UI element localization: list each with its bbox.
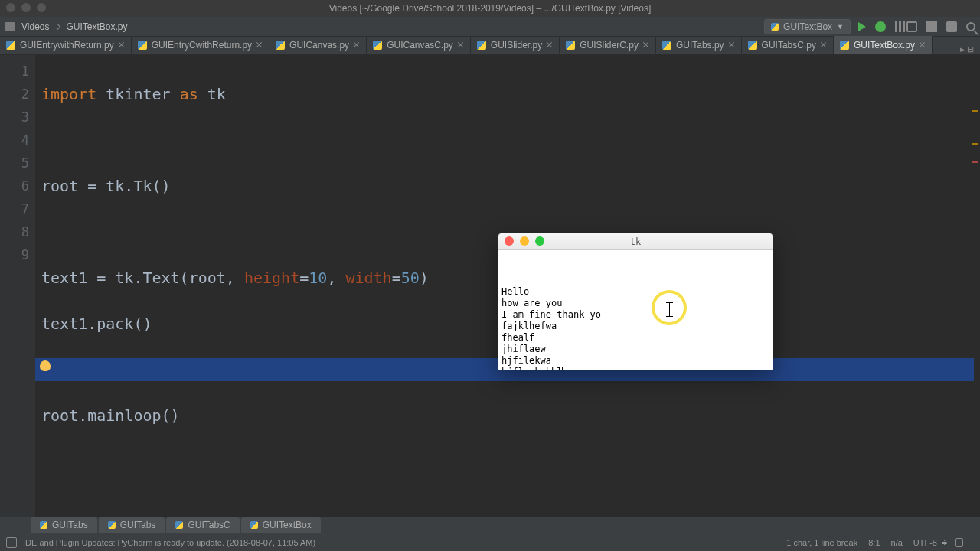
status-cursor-pos[interactable]: 8:1 [868,538,880,547]
close-icon[interactable] [547,42,553,48]
kwarg: width [345,269,391,287]
status-bar: IDE and Plugin Updates: PyCharm is ready… [0,533,980,551]
breadcrumb-folder[interactable]: Videos [18,21,52,32]
editor-tab[interactable]: GUIEntrywithReturn.py [0,36,132,54]
lock-icon[interactable] [956,538,963,547]
code-text: = [299,269,309,287]
run-config-label: GUITextBox [783,21,832,32]
status-message[interactable]: IDE and Plugin Updates: PyCharm is ready… [23,538,315,547]
editor-tab[interactable]: GUITextBox.py [834,36,933,54]
debug-button-icon[interactable] [875,21,886,32]
code-text: ) [420,269,429,287]
stop-button-icon[interactable] [906,21,917,32]
code-text: , [327,269,345,287]
code-line: root = tk.Tk() [41,177,171,195]
code-editor[interactable]: 123456789 import tkinter as tk root = tk… [0,55,980,533]
close-icon[interactable] [729,42,735,48]
close-icon[interactable] [821,42,827,48]
tk-text-line[interactable]: hjfilekwa [501,355,769,367]
editor-tab[interactable]: GUITabsC.py [742,36,834,54]
number: 50 [401,269,420,287]
close-icon[interactable] [920,42,926,48]
warning-marker-icon[interactable] [972,110,978,112]
keyword: as [180,85,198,103]
code-line: text1.pack() [41,315,152,333]
warning-marker-icon[interactable] [972,143,978,145]
coverage-icon[interactable] [895,21,897,32]
tabs-overflow-icon[interactable]: ▸ ⊟ [954,44,980,54]
run-tool-tabs[interactable]: GUITabsGUITabsGUITabsCGUITextBox [0,517,980,533]
tab-label: GUITabsC.py [762,40,816,51]
chevron-right-icon [54,23,60,29]
status-tool-icon[interactable] [6,537,17,548]
identifier: tk [207,85,226,103]
python-icon [250,521,258,529]
cursor-highlight-icon [652,290,687,325]
close-icon[interactable] [119,42,125,48]
python-icon [6,41,15,50]
folder-icon [5,22,15,31]
search-icon[interactable] [966,22,975,31]
line-gutter: 123456789 [0,55,35,533]
tk-titlebar[interactable]: tk [498,233,773,250]
git-icon[interactable] [946,21,957,32]
close-icon[interactable] [354,42,360,48]
tab-label: GUIEntrywithReturn.py [20,40,114,51]
code-text: text1 = tk.Text(root [41,269,226,287]
tk-text-line[interactable]: jhiflaew [501,344,769,355]
layout-icon[interactable] [926,21,937,32]
run-config-selector[interactable]: GUITextBox ▼ [764,19,851,34]
run-tab[interactable]: GUITextBox [241,517,321,533]
python-icon [138,41,147,50]
run-tab[interactable]: GUITabs [99,517,165,533]
tk-text-line[interactable]: hjfleakwkhl [501,367,769,370]
window-title: Videos [~/Google Drive/School 2018-2019/… [0,3,980,14]
tk-text-line[interactable]: Hello [501,286,769,298]
tk-close-icon[interactable] [505,236,514,246]
keyword: import [41,85,96,103]
tk-minimize-icon[interactable] [520,236,529,246]
text-cursor-icon [562,367,563,370]
python-icon [662,41,671,50]
close-window-icon[interactable] [6,3,15,12]
close-icon[interactable] [458,42,464,48]
tk-text-line[interactable]: fajklhefwa [501,321,769,332]
chevron-down-icon[interactable]: ≑ [942,539,948,546]
minimize-window-icon[interactable] [21,3,31,12]
tk-text-line[interactable]: how are you [501,298,769,309]
code-text: = [392,269,401,287]
close-icon[interactable] [643,42,649,48]
editor-tab[interactable]: GUIEntryCwithReturn.py [132,36,270,54]
code-text: , [226,269,244,287]
chevron-down-icon: ▼ [837,23,844,31]
python-icon [108,521,116,529]
python-icon [566,41,575,50]
close-icon[interactable] [256,42,263,48]
editor-tab[interactable]: GUITabs.py [656,36,742,54]
tk-text-line[interactable]: fhealf [501,332,769,344]
error-stripe[interactable] [972,110,980,194]
intention-bulb-icon[interactable] [40,360,51,371]
run-tab[interactable]: GUITabs [31,517,97,533]
run-tab[interactable]: GUITabsC [166,517,239,533]
maximize-window-icon[interactable] [37,3,46,12]
tk-text-line[interactable]: I am fine thank yo [501,309,769,321]
status-insert-mode: n/a [891,538,903,547]
editor-tab[interactable]: GUISlider.py [471,36,560,54]
breadcrumb-file[interactable]: GUITextBox.py [63,21,130,32]
tk-app-window[interactable]: tk Hellohow are youI am fine thank yofaj… [498,233,773,370]
kwarg: height [244,269,299,287]
run-button-icon[interactable] [858,22,866,31]
python-icon [771,23,779,31]
tk-text-widget[interactable]: Hellohow are youI am fine thank yofajklh… [498,250,773,370]
error-marker-icon[interactable] [972,161,978,163]
status-chars: 1 char, 1 line break [786,538,858,547]
editor-tab[interactable]: GUISliderC.py [560,36,656,54]
code-line: root.mainloop() [41,406,180,425]
editor-tab[interactable]: GUICanvas.py [270,36,367,54]
tk-zoom-icon[interactable] [535,236,544,246]
python-icon [175,521,183,529]
status-encoding[interactable]: UTF-8 [913,538,937,547]
python-icon [748,41,757,50]
editor-tab[interactable]: GUICanvasC.py [367,36,471,54]
